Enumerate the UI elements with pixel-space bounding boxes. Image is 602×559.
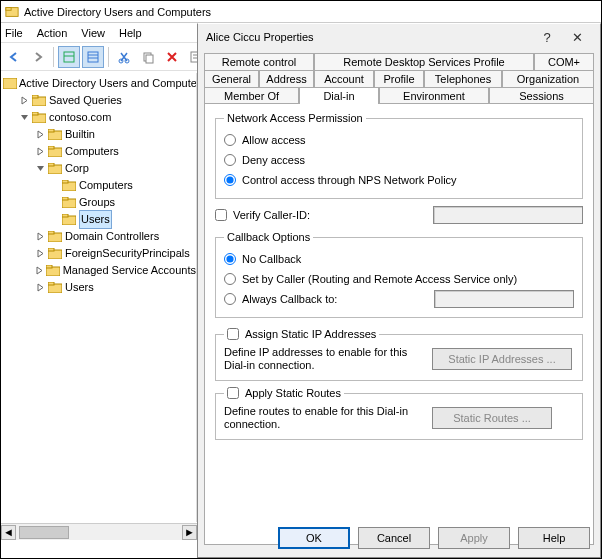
callback-legend: Callback Options	[224, 231, 313, 243]
expand-icon[interactable]	[33, 249, 47, 258]
tree-corp-users[interactable]: Users	[3, 211, 196, 228]
tab-com-plus[interactable]: COM+	[534, 53, 594, 70]
tab-general[interactable]: General	[204, 70, 259, 87]
tree-users[interactable]: Users	[3, 279, 196, 296]
verify-caller-input[interactable]	[433, 206, 583, 224]
console-icon	[3, 77, 17, 91]
domain-icon	[31, 111, 47, 125]
tab-telephones[interactable]: Telephones	[424, 70, 502, 87]
dialog-close-button[interactable]: ✕	[562, 30, 592, 45]
network-access-group: Network Access Permission Allow access D…	[215, 112, 583, 199]
tree-label: Users	[79, 210, 112, 229]
always-callback-radio[interactable]	[224, 293, 236, 305]
tab-dial-in[interactable]: Dial-in	[299, 87, 379, 104]
expand-icon[interactable]	[33, 232, 47, 241]
ok-button[interactable]: OK	[278, 527, 350, 549]
scroll-right-icon[interactable]: ►	[182, 525, 197, 540]
horizontal-scrollbar[interactable]: ◄ ►	[1, 523, 197, 540]
expand-icon[interactable]	[17, 96, 31, 105]
allow-access-option[interactable]: Allow access	[224, 130, 574, 150]
tab-account[interactable]: Account	[314, 70, 374, 87]
app-window: Active Directory Users and Computers Fil…	[0, 0, 602, 559]
menu-action[interactable]: Action	[37, 27, 68, 39]
scroll-left-icon[interactable]: ◄	[1, 525, 16, 540]
tree-saved-queries[interactable]: Saved Queries	[3, 92, 196, 109]
expand-icon[interactable]	[33, 283, 47, 292]
always-callback-option[interactable]: Always Callback to:	[224, 289, 574, 309]
dialog-help-button[interactable]: ?	[532, 30, 562, 45]
tab-organization[interactable]: Organization	[502, 70, 594, 87]
svg-rect-16	[3, 78, 17, 89]
tab-profile[interactable]: Profile	[374, 70, 424, 87]
static-ip-check-row[interactable]: Assign Static IP Addresses	[227, 328, 376, 340]
static-routes-checkbox[interactable]	[227, 387, 239, 399]
cancel-button[interactable]: Cancel	[358, 527, 430, 549]
tree-computers[interactable]: Computers	[3, 143, 196, 160]
dialog-button-row: OK Cancel Apply Help	[268, 527, 590, 549]
tree-corp-computers[interactable]: Computers	[3, 177, 196, 194]
expand-icon[interactable]	[33, 147, 47, 156]
ou-icon	[47, 162, 63, 176]
tree-msa[interactable]: Managed Service Accounts	[3, 262, 196, 279]
tab-environment[interactable]: Environment	[379, 87, 489, 104]
nps-radio[interactable]	[224, 174, 236, 186]
tree-label: Users	[65, 279, 94, 296]
tree-label: Saved Queries	[49, 92, 122, 109]
static-routes-button[interactable]: Static Routes ...	[432, 407, 552, 429]
delete-button[interactable]	[161, 46, 183, 68]
verify-caller-checkbox[interactable]	[215, 209, 227, 221]
menu-file[interactable]: File	[5, 27, 23, 39]
tab-address[interactable]: Address	[259, 70, 314, 87]
folder-icon	[47, 145, 63, 159]
tab-rds-profile[interactable]: Remote Desktop Services Profile	[314, 53, 534, 70]
collapse-icon[interactable]	[33, 164, 47, 173]
allow-access-radio[interactable]	[224, 134, 236, 146]
dialog-help-bottom-button[interactable]: Help	[518, 527, 590, 549]
view-tree-button[interactable]	[58, 46, 80, 68]
svg-rect-38	[46, 265, 52, 268]
tree-label: Groups	[79, 194, 115, 211]
static-ip-checkbox[interactable]	[227, 328, 239, 340]
menu-view[interactable]: View	[81, 27, 105, 39]
nps-label: Control access through NPS Network Polic…	[242, 174, 457, 186]
svg-rect-2	[64, 52, 74, 62]
ou-icon	[61, 213, 77, 227]
tree-root[interactable]: Active Directory Users and Computers	[3, 75, 196, 92]
tree-domain-controllers[interactable]: Domain Controllers	[3, 228, 196, 245]
folder-icon	[47, 247, 63, 261]
svg-rect-30	[62, 197, 68, 200]
directory-tree[interactable]: Active Directory Users and Computers Sav…	[1, 73, 196, 296]
deny-access-radio[interactable]	[224, 154, 236, 166]
no-callback-option[interactable]: No Callback	[224, 249, 574, 269]
forward-button[interactable]	[27, 46, 49, 68]
tree-fsp[interactable]: ForeignSecurityPrincipals	[3, 245, 196, 262]
back-button[interactable]	[3, 46, 25, 68]
always-callback-input[interactable]	[434, 290, 574, 308]
deny-access-option[interactable]: Deny access	[224, 150, 574, 170]
static-ip-button[interactable]: Static IP Addresses ...	[432, 348, 572, 370]
nps-option[interactable]: Control access through NPS Network Polic…	[224, 170, 574, 190]
no-callback-label: No Callback	[242, 253, 301, 265]
tree-builtin[interactable]: Builtin	[3, 126, 196, 143]
no-callback-radio[interactable]	[224, 253, 236, 265]
static-routes-check-row[interactable]: Apply Static Routes	[227, 387, 341, 399]
set-by-caller-option[interactable]: Set by Caller (Routing and Remote Access…	[224, 269, 574, 289]
expand-icon[interactable]	[33, 130, 47, 139]
expand-icon[interactable]	[33, 266, 46, 275]
tab-remote-control[interactable]: Remote control	[204, 53, 314, 70]
cut-button[interactable]	[113, 46, 135, 68]
svg-rect-36	[48, 248, 54, 251]
view-list-button[interactable]	[82, 46, 104, 68]
tab-member-of[interactable]: Member Of	[204, 87, 299, 104]
tab-sessions[interactable]: Sessions	[489, 87, 594, 104]
apply-button[interactable]: Apply	[438, 527, 510, 549]
copy-button[interactable]	[137, 46, 159, 68]
tree-corp-groups[interactable]: Groups	[3, 194, 196, 211]
tree-domain[interactable]: contoso.com	[3, 109, 196, 126]
static-ip-group: Assign Static IP Addresses Define IP add…	[215, 328, 583, 381]
set-by-caller-radio[interactable]	[224, 273, 236, 285]
menu-help[interactable]: Help	[119, 27, 142, 39]
collapse-icon[interactable]	[17, 113, 31, 122]
tree-corp[interactable]: Corp	[3, 160, 196, 177]
scroll-thumb[interactable]	[19, 526, 69, 539]
